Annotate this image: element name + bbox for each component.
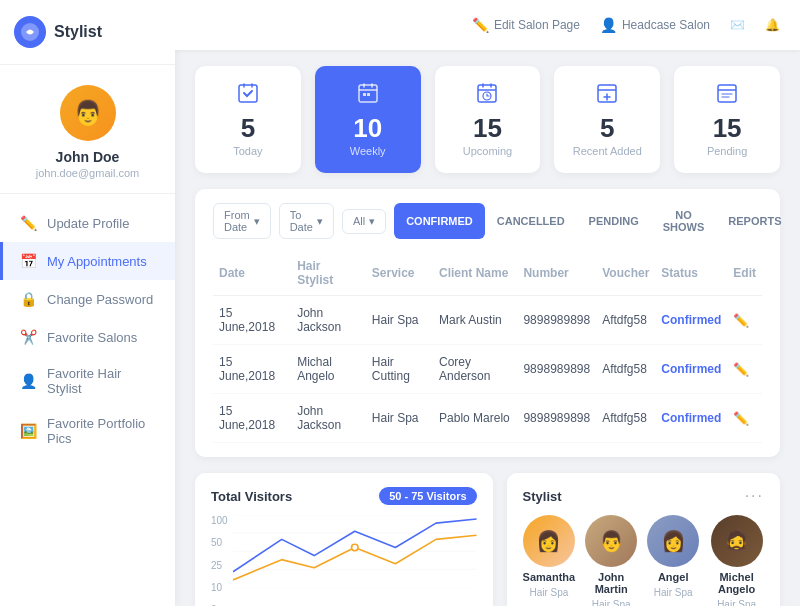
salon-icon: 👤	[600, 17, 617, 33]
cell-edit[interactable]: ✏️	[727, 296, 762, 345]
table-row: 15 June,2018 Michal Angelo Hair Cutting …	[213, 345, 762, 394]
person-icon: 👤	[19, 372, 37, 390]
sidebar-item-favorite-hair-stylist[interactable]: 👤 Favorite Hair Stylist	[0, 356, 175, 406]
scissors-icon: ✂️	[19, 328, 37, 346]
stat-number-pending: 15	[713, 115, 742, 141]
edit-appointment-icon[interactable]: ✏️	[733, 313, 749, 328]
nav-label: My Appointments	[47, 254, 147, 269]
stat-label-today: Today	[233, 145, 262, 157]
sidebar-item-change-password[interactable]: 🔒 Change Password	[0, 280, 175, 318]
more-options-button[interactable]: ···	[745, 487, 764, 505]
check-icon	[237, 82, 259, 109]
stylist-role: Hair Spa	[717, 599, 756, 606]
from-date-filter[interactable]: From Date ▾	[213, 203, 271, 239]
stat-number-upcoming: 15	[473, 115, 502, 141]
mail-icon: ✉️	[730, 18, 745, 32]
table-toolbar: From Date ▾ To Date ▾ All ▾ CONFIRMED CA…	[213, 203, 762, 239]
nav-label: Change Password	[47, 292, 153, 307]
cell-status: Confirmed	[655, 394, 727, 443]
stylist-avatar: 👨	[585, 515, 637, 567]
stylist-list: 👩 Samantha Hair Spa 👨 John Martin Hair S…	[523, 515, 764, 606]
tab-no-shows[interactable]: NO SHOWS	[651, 203, 717, 239]
stat-upcoming: 15 Upcoming	[435, 66, 541, 173]
nav-label: Favorite Hair Stylist	[47, 366, 159, 396]
nav-label: Favorite Salons	[47, 330, 137, 345]
stat-recent-added: 5 Recent Added	[554, 66, 660, 173]
notification-button[interactable]: 🔔	[765, 18, 780, 32]
sidebar-item-my-appointments[interactable]: 📅 My Appointments	[0, 242, 175, 280]
cell-service: Hair Spa	[366, 394, 433, 443]
svg-rect-1	[239, 85, 257, 102]
cell-client: Corey Anderson	[433, 345, 517, 394]
lock-icon: 🔒	[19, 290, 37, 308]
edit-salon-link[interactable]: ✏️ Edit Salon Page	[472, 17, 580, 33]
table-row: 15 June,2018 John Jackson Hair Spa Mark …	[213, 296, 762, 345]
mail-button[interactable]: ✉️	[730, 18, 745, 32]
user-profile: 👨 John Doe john.doe@gmail.com	[0, 65, 175, 194]
cell-edit[interactable]: ✏️	[727, 345, 762, 394]
to-date-label: To Date	[290, 209, 313, 233]
stat-label-weekly: Weekly	[350, 145, 386, 157]
y-axis-labels: 100 50 25 10 0	[211, 515, 228, 606]
cell-number: 9898989898	[517, 394, 596, 443]
stylist-title: Stylist	[523, 489, 562, 504]
tab-cancelled[interactable]: CANCELLED	[485, 203, 577, 239]
sidebar-item-favorite-portfolio[interactable]: 🖼️ Favorite Portfolio Pics	[0, 406, 175, 456]
col-number: Number	[517, 251, 596, 296]
tab-reports[interactable]: REPORTS	[716, 203, 793, 239]
stylist-avatar: 👩	[647, 515, 699, 567]
stylist-header: Stylist ···	[523, 487, 764, 505]
edit-icon: ✏️	[19, 214, 37, 232]
col-voucher: Voucher	[596, 251, 655, 296]
cell-date: 15 June,2018	[213, 345, 291, 394]
sidebar-item-favorite-salons[interactable]: ✂️ Favorite Salons	[0, 318, 175, 356]
to-date-filter[interactable]: To Date ▾	[279, 203, 334, 239]
total-visitors-card: Total Visitors 50 - 75 Visitors 100 50 2…	[195, 473, 493, 606]
col-client: Client Name	[433, 251, 517, 296]
stylist-name: John Martin	[585, 571, 637, 595]
cell-edit[interactable]: ✏️	[727, 394, 762, 443]
svg-rect-8	[363, 93, 366, 96]
cell-client: Mark Austin	[433, 296, 517, 345]
chart-title: Total Visitors	[211, 489, 292, 504]
cell-service: Hair Spa	[366, 296, 433, 345]
stats-row: 5 Today 10 Weekly	[195, 66, 780, 173]
stylist-name: Michel Angelo	[709, 571, 764, 595]
stat-label-recent: Recent Added	[573, 145, 642, 157]
list-item: 🧔 Michel Angelo Hair Spa	[709, 515, 764, 606]
content-area: 5 Today 10 Weekly	[175, 50, 800, 606]
appointments-card: From Date ▾ To Date ▾ All ▾ CONFIRMED CA…	[195, 189, 780, 457]
svg-point-28	[352, 544, 358, 550]
headcase-salon-label: Headcase Salon	[622, 18, 710, 32]
table-row: 15 June,2018 John Jackson Hair Spa Pablo…	[213, 394, 762, 443]
tab-confirmed[interactable]: CONFIRMED	[394, 203, 485, 239]
from-date-label: From Date	[224, 209, 250, 233]
main-content: ✏️ Edit Salon Page 👤 Headcase Salon ✉️ 🔔	[175, 0, 800, 606]
edit-salon-icon: ✏️	[472, 17, 489, 33]
calendar-weekly-icon	[357, 82, 379, 109]
stylist-role: Hair Spa	[592, 599, 631, 606]
brand-name: Stylist	[54, 23, 102, 41]
svg-rect-9	[367, 93, 370, 96]
cell-stylist: John Jackson	[291, 296, 366, 345]
sidebar-item-update-profile[interactable]: ✏️ Update Profile	[0, 204, 175, 242]
stylist-avatar: 🧔	[711, 515, 763, 567]
cell-client: Pablo Marelo	[433, 394, 517, 443]
cell-number: 9898989898	[517, 296, 596, 345]
nav-label: Favorite Portfolio Pics	[47, 416, 159, 446]
tab-pending[interactable]: PENDING	[577, 203, 651, 239]
wave-icon	[648, 602, 698, 606]
all-filter[interactable]: All ▾	[342, 209, 386, 234]
cell-date: 15 June,2018	[213, 394, 291, 443]
stat-label-upcoming: Upcoming	[463, 145, 513, 157]
edit-appointment-icon[interactable]: ✏️	[733, 362, 749, 377]
edit-appointment-icon[interactable]: ✏️	[733, 411, 749, 426]
avatar: 👨	[60, 85, 116, 141]
cell-stylist: John Jackson	[291, 394, 366, 443]
stat-number-weekly: 10	[353, 115, 382, 141]
headcase-salon-link[interactable]: 👤 Headcase Salon	[600, 17, 710, 33]
stylist-name: Samantha	[523, 571, 576, 583]
stylist-card: Stylist ··· 👩 Samantha Hair Spa 👨 John M…	[507, 473, 780, 606]
picture-icon: 🖼️	[19, 422, 37, 440]
chart-svg	[233, 515, 477, 588]
